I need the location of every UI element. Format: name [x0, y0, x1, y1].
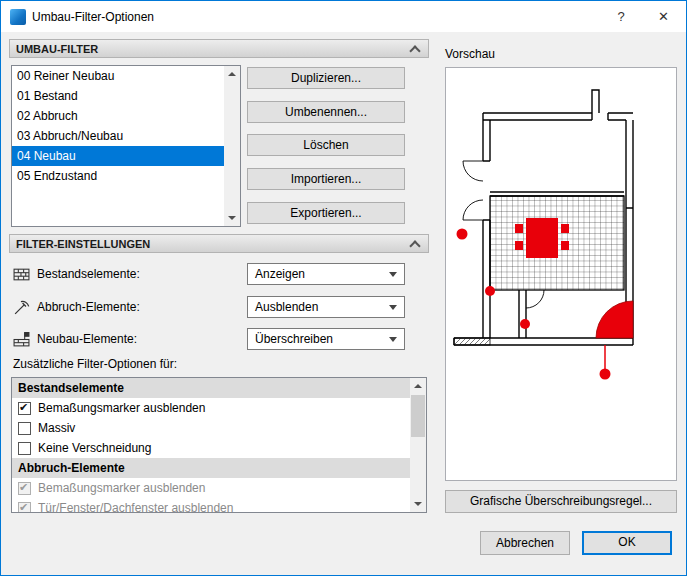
- preview-label: Vorschau: [445, 47, 495, 61]
- chair: [515, 241, 523, 250]
- filter-item-02[interactable]: 02 Abbruch: [12, 106, 224, 126]
- chair: [561, 224, 569, 233]
- floor-plan-preview: [446, 68, 676, 480]
- filter-item-05[interactable]: 05 Endzustand: [12, 166, 224, 186]
- option-solid[interactable]: Massiv: [12, 418, 410, 438]
- hatched-wall-segment: [454, 338, 490, 345]
- option-label: Bemaßungsmarker ausblenden: [38, 401, 205, 415]
- window-title: Umbau-Filter-Optionen: [32, 10, 154, 24]
- existing-elements-icon: [13, 266, 30, 283]
- checkbox[interactable]: [18, 442, 31, 455]
- new-elements-value: Überschreiben: [255, 332, 333, 346]
- column: [600, 369, 611, 380]
- chevron-up-icon: [409, 240, 420, 251]
- option-hide-dimension-markers[interactable]: Bemaßungsmarker ausblenden: [12, 398, 410, 418]
- checkbox-disabled: [18, 482, 31, 495]
- delete-button[interactable]: Löschen: [247, 134, 405, 156]
- help-button[interactable]: ?: [601, 1, 641, 32]
- additional-options-label: Zusätzliche Filter-Optionen für:: [13, 357, 177, 371]
- renovation-filter-dialog: Umbau-Filter-Optionen ? ✕ UMBAU-FILTER 0…: [0, 0, 687, 576]
- additional-options-list: Bestandselemente Bemaßungsmarker ausblen…: [11, 377, 427, 513]
- option-label: Bemaßungsmarker ausblenden: [38, 481, 205, 495]
- column: [520, 319, 530, 329]
- filter-item-00[interactable]: 00 Reiner Neubau: [12, 66, 224, 86]
- new-elements-label: Neubau-Elemente:: [37, 328, 137, 350]
- chair: [515, 224, 523, 233]
- new-elements-icon: [13, 331, 30, 348]
- umbau-filter-section-header[interactable]: UMBAU-FILTER: [9, 39, 429, 58]
- scroll-up-button[interactable]: [224, 66, 240, 82]
- title-bar[interactable]: Umbau-Filter-Optionen ? ✕: [1, 1, 686, 32]
- existing-elements-value: Anzeigen: [255, 267, 305, 281]
- preview-pane: [445, 67, 677, 481]
- chair: [561, 241, 569, 250]
- checkbox[interactable]: [18, 422, 31, 435]
- options-group-demolition: Abbruch-Elemente: [12, 458, 410, 478]
- options-rows: Bestandselemente Bemaßungsmarker ausblen…: [12, 378, 410, 513]
- rename-button[interactable]: Umbenennen...: [247, 101, 405, 123]
- existing-elements-label: Bestandselemente:: [37, 263, 140, 285]
- new-elements-select[interactable]: Überschreiben: [247, 328, 405, 350]
- close-button[interactable]: ✕: [641, 1, 686, 32]
- options-scrollbar[interactable]: [410, 378, 426, 512]
- checkbox[interactable]: [18, 402, 31, 415]
- filter-list-scrollbar[interactable]: [224, 66, 240, 226]
- demolition-elements-value: Ausblenden: [255, 300, 318, 314]
- duplicate-button[interactable]: Duplizieren...: [247, 67, 405, 89]
- filter-item-04-selected[interactable]: 04 Neubau: [12, 146, 224, 166]
- demolition-elements-select[interactable]: Ausblenden: [247, 296, 405, 318]
- option-label: Tür/Fenster/Dachfenster ausblenden: [38, 501, 233, 513]
- filter-list-items: 00 Reiner Neubau 01 Bestand 02 Abbruch 0…: [12, 66, 224, 226]
- option-label: Massiv: [38, 421, 75, 435]
- column: [457, 229, 468, 240]
- column: [485, 286, 495, 296]
- chevron-down-icon: [389, 305, 397, 310]
- export-button[interactable]: Exportieren...: [247, 202, 405, 224]
- chevron-down-icon: [389, 337, 397, 342]
- filter-settings-section-header[interactable]: FILTER-EINSTELLUNGEN: [9, 234, 429, 253]
- option-hide-doors-windows: Tür/Fenster/Dachfenster ausblenden: [12, 498, 410, 513]
- new-door-swing: [596, 301, 633, 338]
- chevron-up-icon: [409, 45, 420, 56]
- demolition-elements-label: Abbruch-Elemente:: [37, 296, 140, 318]
- umbau-filter-section-title: UMBAU-FILTER: [16, 43, 98, 55]
- import-button[interactable]: Importieren...: [247, 168, 405, 190]
- filter-item-01[interactable]: 01 Bestand: [12, 86, 224, 106]
- option-no-intersection[interactable]: Keine Verschneidung: [12, 438, 410, 458]
- filter-list: 00 Reiner Neubau 01 Bestand 02 Abbruch 0…: [11, 65, 241, 227]
- chevron-down-icon: [389, 272, 397, 277]
- ok-button[interactable]: OK: [582, 531, 672, 555]
- options-group-existing: Bestandselemente: [12, 378, 410, 398]
- option-hide-dimension-markers-demo: Bemaßungsmarker ausblenden: [12, 478, 410, 498]
- checkbox-disabled: [18, 502, 31, 514]
- cancel-button[interactable]: Abbrechen: [480, 531, 570, 555]
- demolition-elements-icon: [13, 299, 30, 316]
- scroll-up-button[interactable]: [410, 378, 426, 394]
- filter-settings-section-title: FILTER-EINSTELLUNGEN: [16, 238, 150, 250]
- scroll-down-button[interactable]: [410, 496, 426, 512]
- graphic-override-rules-button[interactable]: Grafische Überschreibungsregel...: [445, 490, 677, 513]
- table: [526, 218, 558, 258]
- scrollbar-thumb[interactable]: [411, 395, 425, 437]
- existing-elements-select[interactable]: Anzeigen: [247, 263, 405, 285]
- option-label: Keine Verschneidung: [38, 441, 151, 455]
- scroll-down-button[interactable]: [224, 210, 240, 226]
- app-icon: [10, 9, 26, 25]
- filter-item-03[interactable]: 03 Abbruch/Neubau: [12, 126, 224, 146]
